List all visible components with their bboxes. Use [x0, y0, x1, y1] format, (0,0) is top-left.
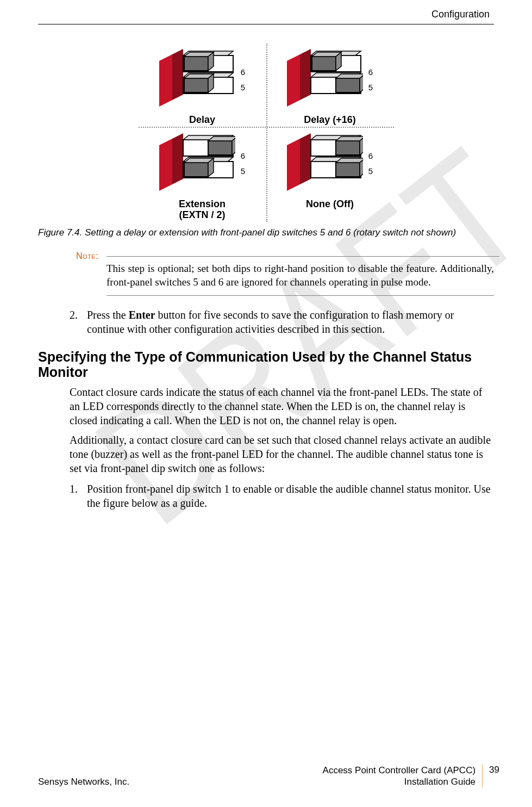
svg-rect-40 — [336, 141, 360, 155]
dip-switch-delay16-icon — [287, 47, 363, 112]
step-1b-number: 1. — [70, 482, 87, 510]
switch-label-5: 5 — [368, 83, 373, 92]
step-2-text: Press the Enter button for five seconds … — [87, 308, 494, 336]
figure-label-none: None (Off) — [306, 198, 354, 210]
svg-marker-1 — [172, 49, 183, 100]
note-block: Note: This step is optional; set both di… — [76, 251, 494, 296]
note-rule-bottom — [107, 295, 494, 296]
note-body: This step is optional; set both dips to … — [107, 262, 494, 289]
svg-marker-41 — [336, 136, 363, 141]
svg-marker-46 — [336, 158, 363, 163]
svg-marker-29 — [208, 136, 235, 141]
svg-rect-16 — [312, 57, 336, 71]
figure-caption: Figure 7.4. Setting a delay or extension… — [38, 227, 494, 238]
switch-label-6: 6 — [241, 151, 245, 160]
header-rule — [38, 24, 494, 24]
footer: Sensys Networks, Inc. Access Point Contr… — [38, 765, 499, 788]
svg-rect-45 — [336, 163, 360, 177]
paragraph-2: Additionally, a contact closure card can… — [70, 433, 494, 475]
footer-left: Sensys Networks, Inc. — [38, 777, 129, 787]
switch-label-5: 5 — [368, 166, 373, 176]
header-section: Configuration — [431, 9, 490, 20]
svg-marker-36 — [287, 139, 300, 191]
svg-rect-28 — [208, 141, 232, 155]
note-label: Note: — [76, 251, 105, 261]
figure-vertical-divider — [266, 44, 267, 222]
step-2-number: 2. — [70, 308, 87, 336]
svg-rect-9 — [184, 78, 208, 92]
svg-rect-4 — [184, 57, 208, 71]
figure-cell-none: 6 5 None (Off) — [266, 128, 394, 222]
footer-doc-subtitle: Installation Guide — [323, 776, 476, 787]
switch-label-5: 5 — [241, 83, 245, 92]
footer-doc-title: Access Point Controller Card (APCC) — [323, 765, 476, 776]
svg-marker-22 — [336, 74, 363, 78]
step-1b-text: Position front-panel dip switch 1 to ena… — [87, 482, 494, 510]
switch-label-6: 6 — [241, 67, 245, 77]
svg-marker-0 — [159, 54, 172, 107]
svg-marker-13 — [300, 49, 311, 100]
paragraph-1: Contact closure cards indicate the statu… — [70, 385, 494, 427]
svg-rect-21 — [336, 78, 360, 92]
svg-marker-12 — [287, 54, 300, 107]
switch-label-5: 5 — [241, 166, 245, 176]
svg-marker-24 — [159, 139, 172, 191]
switch-label-6: 6 — [368, 67, 373, 77]
section-heading: Specifying the Type of Communication Use… — [38, 349, 494, 380]
step-2-pre: Press the — [87, 309, 129, 321]
figure-label-delay: Delay — [189, 114, 215, 126]
figure-7-4: 6 5 Delay — [38, 44, 494, 222]
svg-marker-37 — [300, 133, 311, 184]
svg-rect-33 — [184, 163, 208, 177]
figure-cell-delay: 6 5 Delay — [139, 44, 266, 127]
dip-switch-extn-icon — [159, 131, 235, 196]
step-2: 2. Press the Enter button for five secon… — [70, 308, 494, 336]
dip-switch-delay-icon — [159, 47, 235, 112]
footer-page-number: 39 — [489, 765, 499, 775]
figure-label-extn: Extension (EXTN / 2) — [179, 198, 226, 221]
footer-divider — [482, 765, 483, 788]
switch-label-6: 6 — [368, 151, 373, 160]
figure-label-delay16: Delay (+16) — [304, 114, 356, 126]
svg-marker-25 — [172, 133, 183, 184]
step-2-bold: Enter — [129, 309, 155, 321]
figure-cell-delay16: 6 5 Delay (+16) — [266, 44, 394, 127]
figure-cell-extn: 6 5 Extension (EXTN / 2) — [139, 128, 266, 222]
dip-switch-none-icon — [287, 131, 363, 196]
note-rule-top — [107, 256, 499, 257]
step-1b: 1. Position front-panel dip switch 1 to … — [70, 482, 494, 510]
